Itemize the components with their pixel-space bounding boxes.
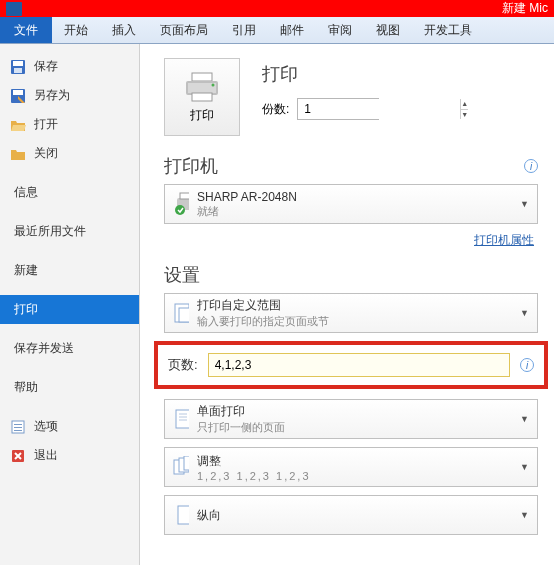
svg-rect-7 (14, 427, 22, 428)
sidebar-print[interactable]: 打印 (0, 295, 139, 324)
print-button[interactable]: 打印 (164, 58, 240, 136)
sidebar-save-as[interactable]: 另存为 (0, 81, 139, 110)
range-title: 打印自定义范围 (197, 297, 512, 314)
sidebar-help[interactable]: 帮助 (0, 373, 139, 402)
sidebar-save-send[interactable]: 保存并发送 (0, 334, 139, 363)
tab-review[interactable]: 审阅 (316, 17, 364, 43)
options-icon (10, 419, 26, 435)
sidebar-label: 另存为 (34, 87, 70, 104)
sidebar-new[interactable]: 新建 (0, 256, 139, 285)
svg-rect-19 (179, 308, 189, 322)
svg-rect-27 (178, 506, 189, 524)
exit-icon (10, 448, 26, 464)
spin-down[interactable]: ▼ (460, 110, 468, 120)
printer-large-icon (184, 71, 220, 103)
printer-name: SHARP AR-2048N (197, 190, 512, 204)
range-sub: 输入要打印的指定页面或节 (197, 314, 512, 329)
collate-dropdown[interactable]: 调整1,2,3 1,2,3 1,2,3 ▼ (164, 447, 538, 487)
ribbon-tabs: 文件 开始 插入 页面布局 引用 邮件 审阅 视图 开发工具 (0, 17, 554, 44)
svg-point-14 (212, 83, 215, 86)
sidebar-label: 保存 (34, 58, 58, 75)
pages-highlight-box: 页数: i (154, 341, 548, 389)
svg-rect-6 (14, 424, 22, 425)
svg-rect-2 (14, 68, 22, 73)
backstage-sidebar: 保存 另存为 打开 关闭 信息 最近所用文件 新建 打印 保存并发送 帮助 选项 (0, 44, 140, 565)
save-icon (10, 59, 26, 75)
tab-home[interactable]: 开始 (52, 17, 100, 43)
sidebar-label: 打开 (34, 116, 58, 133)
sidebar-recent[interactable]: 最近所用文件 (0, 217, 139, 246)
printer-heading: 打印机 (164, 154, 218, 178)
print-button-label: 打印 (190, 107, 214, 124)
spin-up[interactable]: ▲ (460, 99, 468, 110)
info-icon[interactable]: i (520, 358, 534, 372)
printer-properties-link[interactable]: 打印机属性 (474, 233, 534, 247)
printer-dropdown[interactable]: SHARP AR-2048N就绪 ▼ (164, 184, 538, 224)
sidebar-options[interactable]: 选项 (0, 412, 139, 441)
tab-developer[interactable]: 开发工具 (412, 17, 484, 43)
info-icon[interactable]: i (524, 159, 538, 173)
print-heading: 打印 (262, 62, 379, 86)
save-as-icon (10, 88, 26, 104)
tab-insert[interactable]: 插入 (100, 17, 148, 43)
sidebar-open[interactable]: 打开 (0, 110, 139, 139)
svg-rect-16 (180, 193, 189, 199)
sidebar-exit[interactable]: 退出 (0, 441, 139, 470)
svg-point-17 (175, 205, 185, 215)
orientation-title: 纵向 (197, 507, 512, 524)
tab-references[interactable]: 引用 (220, 17, 268, 43)
sidebar-label: 信息 (14, 184, 38, 201)
pages-input[interactable] (208, 353, 510, 377)
sidebar-label: 保存并发送 (14, 340, 74, 357)
chevron-down-icon: ▼ (520, 199, 529, 209)
sidebar-close[interactable]: 关闭 (0, 139, 139, 168)
copies-label: 份数: (262, 101, 289, 118)
orientation-dropdown[interactable]: 纵向 ▼ (164, 495, 538, 535)
sidebar-save[interactable]: 保存 (0, 52, 139, 81)
svg-rect-20 (176, 410, 189, 428)
duplex-dropdown[interactable]: 单面打印只打印一侧的页面 ▼ (164, 399, 538, 439)
app-icon (6, 2, 22, 16)
duplex-title: 单面打印 (197, 403, 512, 420)
pages-label: 页数: (168, 356, 198, 374)
tab-layout[interactable]: 页面布局 (148, 17, 220, 43)
printer-icon (173, 196, 189, 212)
single-side-icon (173, 411, 189, 427)
tab-view[interactable]: 视图 (364, 17, 412, 43)
print-range-dropdown[interactable]: 打印自定义范围输入要打印的指定页面或节 ▼ (164, 293, 538, 333)
sidebar-label: 关闭 (34, 145, 58, 162)
svg-rect-10 (192, 73, 212, 81)
sidebar-label: 帮助 (14, 379, 38, 396)
window-title: 新建 Mic (502, 0, 548, 17)
sidebar-label: 选项 (34, 418, 58, 435)
chevron-down-icon: ▼ (520, 510, 529, 520)
tab-mail[interactable]: 邮件 (268, 17, 316, 43)
printer-status: 就绪 (197, 204, 512, 219)
sidebar-label: 打印 (14, 301, 38, 318)
chevron-down-icon: ▼ (520, 462, 529, 472)
collate-sub: 1,2,3 1,2,3 1,2,3 (197, 470, 512, 482)
svg-rect-13 (192, 93, 212, 101)
svg-rect-1 (13, 61, 23, 66)
open-icon (10, 117, 26, 133)
sidebar-label: 新建 (14, 262, 38, 279)
tab-file[interactable]: 文件 (0, 17, 52, 43)
page-range-icon (173, 305, 189, 321)
svg-rect-8 (14, 430, 22, 431)
svg-rect-4 (13, 90, 23, 95)
collate-icon (173, 459, 189, 475)
sidebar-label: 最近所用文件 (14, 223, 86, 240)
sidebar-label: 退出 (34, 447, 58, 464)
chevron-down-icon: ▼ (520, 308, 529, 318)
sidebar-info[interactable]: 信息 (0, 178, 139, 207)
duplex-sub: 只打印一侧的页面 (197, 420, 512, 435)
portrait-icon (173, 507, 189, 523)
copies-spinner[interactable]: ▲▼ (297, 98, 379, 120)
copies-input[interactable] (298, 99, 460, 119)
close-icon (10, 146, 26, 162)
collate-title: 调整 (197, 453, 512, 470)
settings-heading: 设置 (164, 263, 200, 287)
chevron-down-icon: ▼ (520, 414, 529, 424)
svg-rect-26 (184, 456, 189, 470)
